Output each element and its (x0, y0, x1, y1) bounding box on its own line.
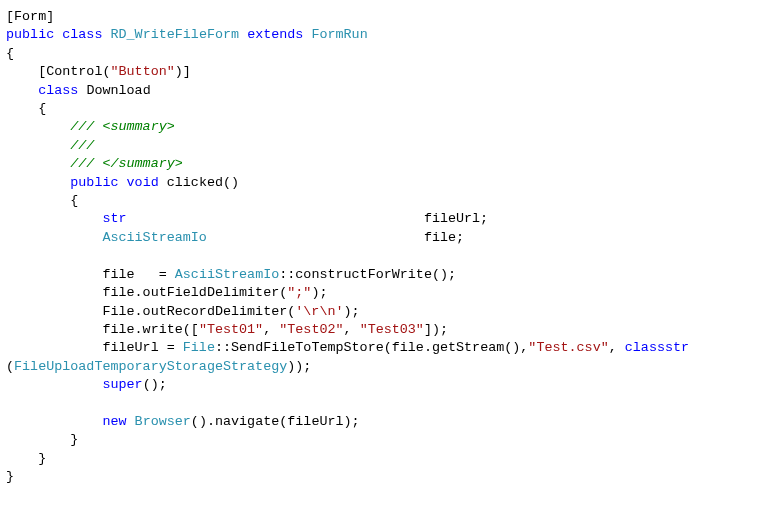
brace: } (70, 432, 78, 447)
assign-fileurl: fileUrl = (102, 340, 182, 355)
kw-class: class (62, 27, 102, 42)
close-paren: ); (344, 304, 360, 319)
type-ascii: AsciiStreamIo (102, 230, 206, 245)
brace: { (38, 101, 46, 116)
attr-control-arg: "Button" (110, 64, 174, 79)
kw-new: new (102, 414, 126, 429)
comment-summary-close: /// </summary> (70, 156, 183, 171)
call-write: file.write([ (102, 322, 198, 337)
call-navigate: ().navigate(fileUrl); (191, 414, 360, 429)
sep: , (263, 322, 279, 337)
str-t2: "Test02" (279, 322, 343, 337)
class-download: Download (86, 83, 150, 98)
kw-super: super (102, 377, 142, 392)
paren-open: ( (6, 359, 14, 374)
class-name: RD_WriteFileForm (111, 27, 240, 42)
close-paren: ); (311, 285, 327, 300)
kw-void: void (127, 175, 159, 190)
brace: } (38, 451, 46, 466)
type-ascii-2: AsciiStreamIo (175, 267, 279, 282)
kw-public-2: public (70, 175, 118, 190)
str-semi: ";" (287, 285, 311, 300)
str-crlf: '\r\n' (295, 304, 343, 319)
type-str: str (102, 211, 126, 226)
call-outrecord: File.outRecordDelimiter( (102, 304, 295, 319)
code-block: [Form] public class RD_WriteFileForm ext… (0, 0, 781, 495)
var-fileurl: fileUrl; (424, 211, 488, 226)
brace: { (70, 193, 78, 208)
comment-summary-open: /// <summary> (70, 119, 174, 134)
var-file: file; (424, 230, 464, 245)
type-browser: Browser (135, 414, 191, 429)
kw-class-2: class (38, 83, 78, 98)
brace: { (6, 46, 14, 61)
method-send-mid: , (609, 340, 625, 355)
kw-public: public (6, 27, 54, 42)
kw-classstr: classstr (625, 340, 689, 355)
str-t3: "Test03" (360, 322, 424, 337)
assign-file: file (102, 267, 134, 282)
str-csv: "Test.csv" (528, 340, 608, 355)
write-close: ]); (424, 322, 448, 337)
brace: } (6, 469, 14, 484)
attr-form: [Form] (6, 9, 54, 24)
call-super: (); (143, 377, 167, 392)
kw-extends: extends (247, 27, 303, 42)
base-class: FormRun (311, 27, 367, 42)
attr-control: [Control( (38, 64, 110, 79)
paren-close: )); (287, 359, 311, 374)
str-t1: "Test01" (199, 322, 263, 337)
call-outfield: file.outFieldDelimiter( (102, 285, 287, 300)
sep: , (344, 322, 360, 337)
type-strategy: FileUploadTemporaryStorageStrategy (14, 359, 287, 374)
method-clicked: clicked() (167, 175, 239, 190)
method-construct: ::constructForWrite(); (279, 267, 456, 282)
method-send-open: ::SendFileToTempStore(file.getStream(), (215, 340, 528, 355)
attr-control-close: )] (175, 64, 191, 79)
comment-empty: /// (70, 138, 94, 153)
assign-eq: = (135, 267, 175, 282)
type-file: File (183, 340, 215, 355)
